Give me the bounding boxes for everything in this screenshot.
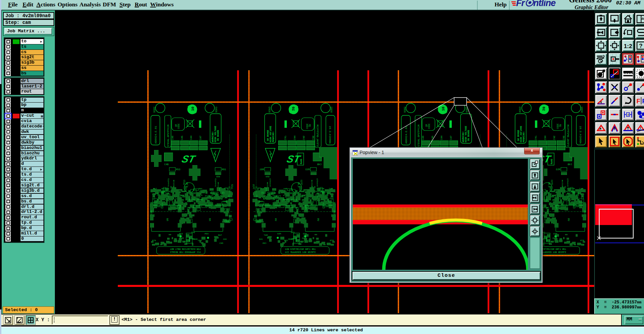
svg-text:R: R xyxy=(642,98,644,105)
svg-text:F: F xyxy=(637,98,640,105)
svg-text:?: ? xyxy=(639,43,642,49)
svg-text:RoHS: RoHS xyxy=(551,159,553,164)
svg-text:x: x xyxy=(642,16,644,19)
svg-text:α: α xyxy=(20,320,21,322)
svg-text:1:2: 1:2 xyxy=(624,43,632,49)
svg-text:RoHS: RoHS xyxy=(300,159,303,164)
svg-text:4: 4 xyxy=(627,113,629,116)
